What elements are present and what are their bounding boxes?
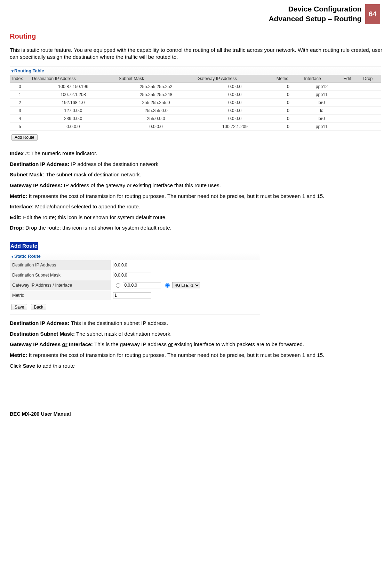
gw-ip-input[interactable] <box>123 282 161 288</box>
static-route-title-text: Static Route <box>14 254 41 259</box>
desc-edit-label: Edit: <box>10 214 22 220</box>
cell-iface: lo <box>302 106 341 114</box>
cell-dest: 0.0.0.0 <box>30 122 117 130</box>
desc2-click-save: Click Save to add this route <box>10 362 382 370</box>
cell-dest: 127.0.0.0 <box>30 106 117 114</box>
cell-drop <box>361 90 381 98</box>
desc2-metric-label: Metric: <box>10 352 27 358</box>
col-edit: Edit <box>342 75 361 83</box>
desc-index-text: The numeric route indicator. <box>30 150 97 156</box>
cell-edit <box>342 114 361 122</box>
desc-edit-text: Edit the route; this icon is not shown f… <box>22 214 167 220</box>
cell-gw: 0.0.0.0 <box>195 90 274 98</box>
cell-drop <box>361 106 381 114</box>
gw-iface-select[interactable]: 4G LTE -1 <box>172 282 200 288</box>
static-route-form: Destination IP Address Destination Subne… <box>10 260 260 301</box>
cell-index: 3 <box>10 106 30 114</box>
desc-metric-text: It represents the cost of transmission f… <box>27 193 324 199</box>
static-route-title: ▾Static Route <box>10 252 260 260</box>
back-button[interactable]: Back <box>31 304 47 310</box>
header-line-2: Advanced Setup – Routing <box>269 14 361 24</box>
routing-table-title: ▾Routing Table <box>10 67 381 75</box>
cell-dest: 100.87.150.196 <box>30 82 117 90</box>
desc-mask-label: Subnet Mask: <box>10 171 44 177</box>
dest-mask-label: Destination Subnet Mask <box>10 270 111 280</box>
cell-gw: 0.0.0.0 <box>195 82 274 90</box>
cell-gw: 100.72.1.209 <box>195 122 274 130</box>
desc2-gw: Gateway IP Address or Interface: This is… <box>10 341 382 348</box>
desc-drop-label: Drop: <box>10 225 24 231</box>
cell-drop <box>361 122 381 130</box>
cell-edit <box>342 98 361 106</box>
add-route-section-header: Add Route <box>10 242 38 250</box>
desc-iface-label: Interface: <box>10 203 34 209</box>
collapse-icon[interactable]: ▾ <box>11 254 14 259</box>
gw-label: Gateway IP Address / Interface <box>10 280 111 290</box>
cell-metric: 0 <box>274 122 302 130</box>
desc2-dest-label: Destination IP Address: <box>10 320 70 326</box>
desc2-mask-label: Destination Subnet Mask: <box>10 331 75 337</box>
cell-edit <box>342 122 361 130</box>
table-row: 1100.72.1.208255.255.255.2480.0.0.00ppp1… <box>10 90 381 98</box>
dest-mask-input[interactable] <box>113 272 151 278</box>
collapse-icon[interactable]: ▾ <box>11 69 14 73</box>
cell-edit <box>342 106 361 114</box>
desc-index-label: Index #: <box>10 150 30 156</box>
cell-metric: 0 <box>274 114 302 122</box>
desc-metric-label: Metric: <box>10 193 27 199</box>
cell-edit <box>342 82 361 90</box>
intro-paragraph: This is static route feature. You are eq… <box>10 47 382 61</box>
gw-ip-radio[interactable] <box>116 283 120 288</box>
cell-index: 4 <box>10 114 30 122</box>
cell-iface: ppp12 <box>302 82 341 90</box>
routing-table-title-text: Routing Table <box>14 68 44 73</box>
cell-edit <box>342 90 361 98</box>
cell-mask: 0.0.0.0 <box>117 122 195 130</box>
cell-iface: ppp11 <box>302 90 341 98</box>
descriptions-2: Destination IP Address: This is the dest… <box>10 320 382 369</box>
page-header: Device Configuration Advanced Setup – Ro… <box>10 4 382 24</box>
table-row: 50.0.0.00.0.0.0100.72.1.2090ppp11 <box>10 122 381 130</box>
table-header-row: Index Destination IP Address Subnet Mask… <box>10 75 381 83</box>
cell-mask: 255.255.255.252 <box>117 82 195 90</box>
dest-ip-label: Destination IP Address <box>10 260 111 270</box>
dest-ip-input[interactable] <box>113 262 151 268</box>
desc2-mask-text: The subnet mask of destination network. <box>75 331 172 337</box>
cell-iface: br0 <box>302 114 341 122</box>
add-route-button[interactable]: Add Route <box>11 134 38 141</box>
desc-iface-text: Media/channel selected to append the rou… <box>34 203 140 209</box>
cell-mask: 255.255.255.248 <box>117 90 195 98</box>
descriptions-1: Index #: The numeric route indicator. De… <box>10 150 382 232</box>
cell-metric: 0 <box>274 82 302 90</box>
cell-dest: 192.168.1.0 <box>30 98 117 106</box>
desc2-metric-text: It represents the cost of transmission f… <box>27 352 324 358</box>
col-metric: Metric <box>274 75 302 83</box>
desc2-dest-text: This is the destination subnet IP addres… <box>70 320 168 326</box>
cell-dest: 239.0.0.0 <box>30 114 117 122</box>
save-button[interactable]: Save <box>11 304 27 310</box>
routing-table: Index Destination IP Address Subnet Mask… <box>10 75 381 131</box>
cell-mask: 255.0.0.0 <box>117 114 195 122</box>
cell-mask: 255.255.255.0 <box>117 98 195 106</box>
cell-dest: 100.72.1.208 <box>30 90 117 98</box>
cell-drop <box>361 98 381 106</box>
routing-table-panel: ▾Routing Table Index Destination IP Addr… <box>10 66 381 145</box>
col-mask: Subnet Mask <box>117 75 195 83</box>
header-line-1: Device Configuration <box>269 4 361 14</box>
cell-index: 0 <box>10 82 30 90</box>
cell-metric: 0 <box>274 90 302 98</box>
cell-index: 5 <box>10 122 30 130</box>
cell-index: 1 <box>10 90 30 98</box>
desc-gw-label: Gateway IP Address: <box>10 182 62 188</box>
cell-iface: br0 <box>302 98 341 106</box>
table-row: 0100.87.150.196255.255.255.2520.0.0.00pp… <box>10 82 381 90</box>
desc-gw-text: IP address of the gateway or existing in… <box>62 182 221 188</box>
metric-input[interactable] <box>113 292 151 298</box>
section-title: Routing <box>10 32 382 40</box>
cell-metric: 0 <box>274 106 302 114</box>
col-iface: Interface <box>302 75 341 83</box>
cell-drop <box>361 114 381 122</box>
cell-mask: 255.255.0.0 <box>117 106 195 114</box>
footer-text: BEC MX-200 User Manual <box>10 411 382 417</box>
gw-iface-radio[interactable] <box>165 283 170 288</box>
